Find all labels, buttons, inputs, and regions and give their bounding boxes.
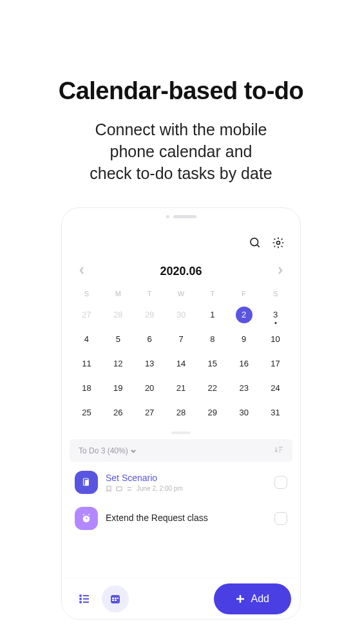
svg-rect-8 xyxy=(85,480,89,486)
svg-rect-25 xyxy=(117,598,119,599)
document-icon xyxy=(75,471,98,494)
month-label[interactable]: 2020.06 xyxy=(160,265,202,278)
calendar-day[interactable]: 9 xyxy=(228,327,260,352)
month-header: 2020.06 xyxy=(62,256,300,286)
task-title: Extend the Request class xyxy=(106,513,267,523)
svg-point-20 xyxy=(80,601,81,603)
task-meta: June 2, 2:00 pm xyxy=(106,485,267,492)
dow-label: T xyxy=(196,286,228,303)
calendar-day[interactable]: 1 xyxy=(196,303,228,327)
task-title: Set Scenario xyxy=(106,473,267,483)
calendar-day[interactable]: 16 xyxy=(228,352,260,376)
calendar-grid: SMTWTFS 27282930123456789101112131415161… xyxy=(62,286,300,425)
calendar-day[interactable]: 19 xyxy=(102,376,134,401)
dow-label: M xyxy=(102,286,134,303)
svg-point-16 xyxy=(80,595,81,596)
svg-line-1 xyxy=(257,245,260,247)
calendar-day[interactable]: 22 xyxy=(196,376,228,401)
calendar-day[interactable]: 10 xyxy=(260,327,291,352)
sort-icon[interactable] xyxy=(274,446,283,455)
toolbar xyxy=(62,225,300,256)
svg-rect-22 xyxy=(111,595,120,603)
week-row: 18192021222324 xyxy=(71,376,291,401)
svg-rect-23 xyxy=(112,598,114,599)
task-checkbox[interactable] xyxy=(274,512,287,525)
calendar-day[interactable]: 5 xyxy=(102,327,134,352)
calendar-day[interactable]: 20 xyxy=(134,376,166,401)
svg-point-2 xyxy=(277,242,280,245)
calendar-day[interactable]: 31 xyxy=(260,401,291,425)
svg-line-15 xyxy=(88,515,90,516)
search-icon[interactable] xyxy=(249,236,262,252)
calendar-day[interactable]: 3 xyxy=(260,303,291,327)
task-checkbox[interactable] xyxy=(274,476,287,489)
week-row: 11121314151617 xyxy=(71,352,291,376)
calendar-day[interactable]: 30 xyxy=(228,401,260,425)
calendar-day[interactable]: 15 xyxy=(196,352,228,376)
plus-icon xyxy=(236,594,245,603)
calendar-day[interactable]: 6 xyxy=(134,327,166,352)
week-row: 45678910 xyxy=(71,327,291,352)
tag-icon xyxy=(116,486,122,492)
calendar-day[interactable]: 27 xyxy=(71,303,102,327)
calendar-day[interactable]: 24 xyxy=(260,376,291,401)
calendar-day[interactable]: 2 xyxy=(228,303,260,327)
repeat-icon xyxy=(126,486,133,492)
week-row: 27282930123 xyxy=(71,303,291,327)
drag-handle[interactable] xyxy=(171,431,191,434)
calendar-day[interactable]: 14 xyxy=(166,352,197,376)
svg-point-0 xyxy=(251,238,258,246)
add-button[interactable]: Add xyxy=(214,583,291,614)
bottom-nav: Add xyxy=(62,578,300,619)
calendar-day[interactable]: 25 xyxy=(71,401,102,425)
day-of-week-row: SMTWTFS xyxy=(71,286,291,303)
task-item[interactable]: Set Scenario June 2, 2:00 pm xyxy=(62,462,300,498)
chevron-down-icon xyxy=(128,446,136,455)
calendar-day[interactable]: 28 xyxy=(166,401,197,425)
calendar-day[interactable]: 26 xyxy=(102,401,134,425)
calendar-day[interactable]: 18 xyxy=(71,376,102,401)
nav-list-button[interactable] xyxy=(71,585,98,612)
svg-line-14 xyxy=(83,515,84,516)
calendar-day[interactable]: 7 xyxy=(166,327,197,352)
calendar-day[interactable]: 29 xyxy=(196,401,228,425)
svg-point-18 xyxy=(80,598,81,600)
svg-rect-26 xyxy=(112,600,114,601)
gear-icon[interactable] xyxy=(272,236,285,252)
next-month-button[interactable] xyxy=(277,266,283,278)
week-row: 25262728293031 xyxy=(71,401,291,425)
calendar-day[interactable]: 30 xyxy=(166,303,197,327)
calendar-day[interactable]: 11 xyxy=(71,352,102,376)
calendar-day[interactable]: 29 xyxy=(134,303,166,327)
bookmark-icon xyxy=(106,486,112,492)
calendar-day[interactable]: 23 xyxy=(228,376,260,401)
calendar-day[interactable]: 4 xyxy=(71,327,102,352)
task-item[interactable]: Extend the Request class xyxy=(62,498,300,534)
dow-label: S xyxy=(260,286,291,303)
dow-label: S xyxy=(71,286,102,303)
nav-calendar-button[interactable] xyxy=(102,585,129,612)
page-title: Calendar-based to-do xyxy=(0,77,362,105)
svg-rect-9 xyxy=(117,487,122,491)
filter-label: To Do 3 (40%) xyxy=(79,446,128,455)
svg-rect-27 xyxy=(115,600,117,601)
svg-rect-24 xyxy=(115,598,117,599)
dow-label: T xyxy=(134,286,166,303)
calendar-day[interactable]: 13 xyxy=(134,352,166,376)
phone-notch xyxy=(62,208,300,225)
calendar-day[interactable]: 21 xyxy=(166,376,197,401)
calendar-day[interactable]: 17 xyxy=(260,352,291,376)
calendar-day[interactable]: 12 xyxy=(102,352,134,376)
calendar-day[interactable]: 28 xyxy=(102,303,134,327)
calendar-day[interactable]: 27 xyxy=(134,401,166,425)
page-subtitle: Connect with the mobilephone calendar an… xyxy=(0,119,362,184)
dow-label: F xyxy=(228,286,260,303)
alarm-icon xyxy=(75,507,98,530)
calendar-day[interactable]: 8 xyxy=(196,327,228,352)
dow-label: W xyxy=(166,286,197,303)
phone-frame: 2020.06 SMTWTFS 272829301234567891011121… xyxy=(61,207,301,620)
prev-month-button[interactable] xyxy=(79,266,85,278)
filter-bar[interactable]: To Do 3 (40%) xyxy=(70,439,292,462)
